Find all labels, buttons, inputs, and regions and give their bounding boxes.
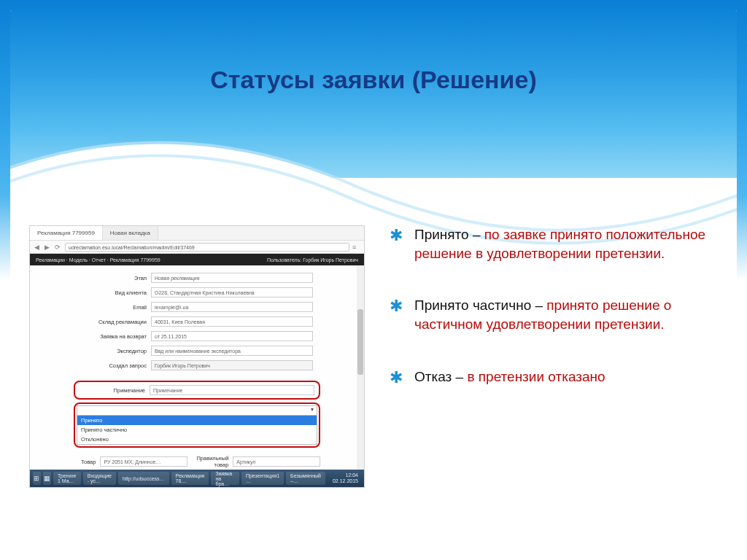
slide-frame: Статусы заявки (Решение) Рекламация 7799… xyxy=(10,10,737,550)
form-row: Вид клиента О228, Стандартная Кристина Н… xyxy=(81,287,313,298)
reload-icon[interactable]: ⟳ xyxy=(55,244,62,251)
taskbar-item[interactable]: Тренинг 1 Ма… xyxy=(53,472,81,485)
field-input[interactable]: Новая рекламация xyxy=(151,273,313,283)
bullet-item: ✱ Принято частично – принято решение о ч… xyxy=(390,296,718,333)
highlight-dropdown: Принято Принято частично Отклонено xyxy=(74,402,320,448)
bullet-list: ✱ Принято – по заявке принято положитель… xyxy=(390,225,718,531)
back-icon[interactable]: ◀ xyxy=(34,244,42,251)
form-row: Email iexample@i.ua xyxy=(81,302,313,312)
url-bar: ◀ ▶ ⟳ udreclamation.eso.local/Reclamatio… xyxy=(30,241,364,254)
field-label: Email xyxy=(81,304,147,311)
start-icon[interactable]: ⊞ xyxy=(33,472,41,485)
decision-input[interactable]: Примечание xyxy=(150,385,314,395)
field-label: Вид клиента xyxy=(81,289,147,296)
form-row: Экспедитор Ввд или наименование экспедит… xyxy=(81,346,313,356)
bullet-sep: – xyxy=(531,298,546,313)
form-row: Заявка на возврат от 25.11.2015 xyxy=(81,331,313,341)
field-label: Примечание xyxy=(80,387,145,394)
dropdown-list: Принято Принято частично Отклонено xyxy=(77,416,317,445)
field-label: Этап xyxy=(81,275,147,281)
field-label: Товар xyxy=(81,459,96,465)
form-row: Этап Новая рекламация xyxy=(81,273,313,283)
asterisk-icon: ✱ xyxy=(390,368,403,386)
form-row: Создал запрос Горбик Игорь Петрович xyxy=(81,360,313,370)
asterisk-icon: ✱ xyxy=(390,225,403,262)
taskbar: ⊞ ▦ Тренинг 1 Ма… Входящие - ус… http://… xyxy=(30,470,364,487)
bullet-text: в претензии отказано xyxy=(467,369,605,384)
field-input[interactable]: 40031, Киев Полевая xyxy=(151,316,313,327)
user-label: Пользователь: Горбик Игорь Петрович xyxy=(267,257,358,262)
field-input[interactable]: от 25.11.2015 xyxy=(151,331,313,341)
browser-tab[interactable]: Рекламация 7799959 xyxy=(30,226,103,240)
field-input[interactable]: О228, Стандартная Кристина Николаевна xyxy=(151,287,313,298)
slide-title: Статусы заявки (Решение) xyxy=(10,66,737,94)
taskbar-item[interactable]: Безымянный –… xyxy=(286,472,325,485)
field-input[interactable]: РУ 2051 МХ, Длинное… xyxy=(100,456,187,467)
bullet-term: Принято частично xyxy=(414,298,531,313)
scrollbar[interactable] xyxy=(357,265,364,470)
app-screenshot: Рекламация 7799959 Новая вкладка ◀ ▶ ⟳ u… xyxy=(29,225,365,488)
field-label: Правильный товар xyxy=(196,455,228,468)
app-header: Рекламации · Модель · Отчет · Рекламация… xyxy=(30,254,364,265)
field-label: Заявка на возврат xyxy=(81,333,147,340)
dropdown-field[interactable] xyxy=(77,405,317,416)
date: 02.12.2015 xyxy=(333,478,358,484)
bullet-term: Отказ xyxy=(414,369,452,384)
breadcrumb: Рекламации · Модель · Отчет · Рекламация… xyxy=(36,257,160,262)
bullet-sep: – xyxy=(469,227,484,242)
bullet-item: ✱ Принято – по заявке принято положитель… xyxy=(390,225,718,262)
field-input[interactable]: Ввд или наименование экспедитора xyxy=(151,346,313,356)
taskbar-item[interactable]: Презентация1 … xyxy=(241,472,284,485)
bullet-item: ✱ Отказ – в претензии отказано xyxy=(390,368,718,386)
field-input[interactable]: iexample@i.ua xyxy=(151,302,313,312)
taskbar-item[interactable]: Рекламация 78… xyxy=(171,472,209,485)
time: 12:04 xyxy=(333,472,358,478)
taskbar-item[interactable]: Входящие - ус… xyxy=(83,472,116,485)
field-input: Горбик Игорь Петрович xyxy=(151,360,313,370)
bullet-sep: – xyxy=(452,369,467,384)
dropdown-item[interactable]: Принято частично xyxy=(77,425,317,435)
url-input[interactable]: udreclamation.eso.local/Reclamation/madi… xyxy=(65,243,349,252)
field-label: Экспедитор xyxy=(81,348,147,354)
menu-icon[interactable]: ≡ xyxy=(352,244,360,251)
browser-tabs: Рекламация 7799959 Новая вкладка xyxy=(30,226,364,241)
field-label: Создал запрос xyxy=(81,362,147,369)
form-body: Этап Новая рекламация Вид клиента О228, … xyxy=(30,265,364,378)
dropdown-item[interactable]: Принято xyxy=(77,416,317,425)
content-area: Рекламация 7799959 Новая вкладка ◀ ▶ ⟳ u… xyxy=(29,225,718,531)
taskbar-item[interactable]: Заявка на бра… xyxy=(211,472,239,485)
clock: 12:04 02.12.2015 xyxy=(330,472,361,483)
forward-icon[interactable]: ▶ xyxy=(44,244,52,251)
bullet-term: Принято xyxy=(414,227,469,242)
field-input[interactable]: Артикул xyxy=(233,456,320,467)
browser-tab[interactable]: Новая вкладка xyxy=(103,226,158,240)
scrollbar-thumb[interactable] xyxy=(357,309,363,375)
form-row: Склад рекламации 40031, Киев Полевая xyxy=(81,316,313,327)
highlight-decision-field: Примечание Примечание xyxy=(74,381,320,400)
field-label: Склад рекламации xyxy=(81,319,147,325)
dropdown-item[interactable]: Отклонено xyxy=(77,435,317,444)
form-bottom-row: Товар РУ 2051 МХ, Длинное… Правильный то… xyxy=(81,455,313,468)
explorer-icon[interactable]: ▦ xyxy=(43,472,51,485)
asterisk-icon: ✱ xyxy=(390,296,403,333)
taskbar-item[interactable]: http://udsuccess… xyxy=(118,472,169,485)
